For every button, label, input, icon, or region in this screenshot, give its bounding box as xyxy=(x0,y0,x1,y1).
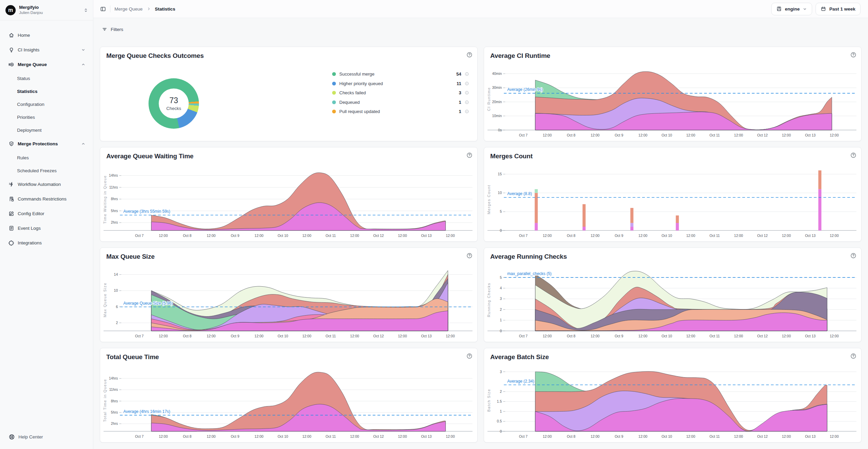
chart-merges-count: Average (8.8)051015Oct 712:00Oct 812:00O… xyxy=(485,164,858,239)
svg-text:1: 1 xyxy=(500,318,502,322)
help-icon[interactable] xyxy=(850,253,856,260)
sidebar-item-scheduled-freezes[interactable]: Scheduled Freezes xyxy=(0,164,93,177)
svg-text:0: 0 xyxy=(500,329,502,333)
sidebar-item-label: Status xyxy=(17,76,30,81)
info-icon[interactable] xyxy=(465,109,469,114)
repo-label: engine xyxy=(785,6,800,12)
legend-item[interactable]: Successful merge54 xyxy=(332,69,469,79)
svg-text:12:00: 12:00 xyxy=(207,234,216,238)
svg-text:0: 0 xyxy=(500,429,502,433)
svg-text:Oct 7: Oct 7 xyxy=(519,133,528,137)
legend-value: 3 xyxy=(459,90,461,95)
legend-item[interactable]: Higher priority queued11 xyxy=(332,79,469,89)
svg-text:Average Queue Size (5.96): Average Queue Size (5.96) xyxy=(123,301,173,306)
sidebar-item-deployment[interactable]: Deployment xyxy=(0,124,93,137)
sidebar-item-help-center[interactable]: Help Center xyxy=(0,434,93,449)
sidebar-item-rules[interactable]: Rules xyxy=(0,151,93,164)
sidebar-item-label: Event Logs xyxy=(18,226,86,231)
sidebar-item-commands-restrictions[interactable]: Commands Restrictions xyxy=(0,192,93,206)
svg-text:12:00: 12:00 xyxy=(398,334,407,338)
svg-text:1: 1 xyxy=(500,409,502,413)
svg-text:40min: 40min xyxy=(492,71,502,76)
svg-text:20min: 20min xyxy=(492,100,502,104)
filters-bar[interactable]: Filters xyxy=(93,18,868,41)
svg-text:12:00: 12:00 xyxy=(782,234,791,238)
svg-text:12:00: 12:00 xyxy=(350,334,359,338)
help-icon[interactable] xyxy=(850,52,856,59)
chart-average-queue-waiting-time: Average (3hrs 55min 59s)2hrs5hrs8hrs11hr… xyxy=(102,164,475,239)
card-total-queue-time: Total Queue Time Average (4hrs 16min 17s… xyxy=(100,348,478,443)
svg-text:12:00: 12:00 xyxy=(543,234,552,238)
legend-item[interactable]: Pull request updated1 xyxy=(332,107,469,116)
sidebar-item-event-logs[interactable]: Event Logs xyxy=(0,221,93,236)
svg-text:12:00: 12:00 xyxy=(254,234,263,238)
svg-text:Oct 7: Oct 7 xyxy=(519,334,528,338)
donut-chart[interactable]: 73 Checks xyxy=(149,78,199,129)
info-icon[interactable] xyxy=(465,81,469,86)
date-range-button[interactable]: Past 1 week xyxy=(816,3,861,15)
sidebar-item-label: Commands Restrictions xyxy=(18,196,86,202)
help-icon[interactable] xyxy=(466,152,472,160)
sidebar-item-ci-insights[interactable]: CI Insights xyxy=(0,43,93,57)
legend-dot xyxy=(332,82,336,85)
legend-value: 11 xyxy=(456,81,461,86)
sidebar-item-home[interactable]: Home xyxy=(0,28,93,43)
sidebar-item-priorities[interactable]: Priorities xyxy=(0,111,93,124)
help-icon[interactable] xyxy=(466,353,472,360)
legend-item[interactable]: Checks failed3 xyxy=(332,88,469,98)
repo-selector-button[interactable]: engine xyxy=(771,3,812,15)
help-icon[interactable] xyxy=(850,353,856,360)
svg-text:Oct 8: Oct 8 xyxy=(183,434,191,438)
svg-text:Oct 7: Oct 7 xyxy=(519,234,528,238)
legend-label: Checks failed xyxy=(339,90,455,95)
legend-value: 1 xyxy=(459,100,461,105)
svg-text:Oct 7: Oct 7 xyxy=(135,334,144,338)
svg-text:Merges Count: Merges Count xyxy=(487,185,491,214)
svg-text:10: 10 xyxy=(114,288,118,292)
svg-text:12:00: 12:00 xyxy=(591,434,600,438)
card-title: Merge Queue Checks Outcomes xyxy=(106,52,204,60)
info-icon[interactable] xyxy=(465,100,469,105)
svg-text:CI Runtime: CI Runtime xyxy=(487,87,491,111)
chart-average-ci-runtime: Average (26min 9s)0s10min20min30min40min… xyxy=(485,64,858,139)
svg-text:2: 2 xyxy=(116,321,118,325)
sidebar-item-label: Merge Protections xyxy=(18,141,78,146)
help-icon[interactable] xyxy=(466,52,472,59)
org-expand-icon xyxy=(83,8,88,13)
svg-text:5hrs: 5hrs xyxy=(111,410,118,414)
info-icon[interactable] xyxy=(465,91,469,95)
help-icon[interactable] xyxy=(466,253,472,260)
svg-text:4: 4 xyxy=(500,286,502,290)
card-max-queue-size: Max Queue Size Average Queue Size (5.96)… xyxy=(100,247,478,342)
filter-icon xyxy=(102,27,107,32)
svg-text:Oct 13: Oct 13 xyxy=(805,334,816,338)
sidebar-item-merge-queue[interactable]: Merge Queue xyxy=(0,57,93,72)
sidebar-item-workflow-automation[interactable]: Workflow Automation xyxy=(0,177,93,192)
svg-text:Oct 12: Oct 12 xyxy=(757,434,768,438)
svg-text:Oct 7: Oct 7 xyxy=(135,434,144,438)
org-switcher[interactable]: m Mergifyio Julien Danjou xyxy=(0,0,93,20)
info-icon[interactable] xyxy=(465,72,469,76)
svg-text:Max Queue Size: Max Queue Size xyxy=(103,283,107,317)
panel-toggle-button[interactable] xyxy=(100,6,106,12)
legend-label: Higher priority queued xyxy=(339,81,453,86)
chevron-down-icon xyxy=(81,48,86,52)
sidebar-item-merge-protections[interactable]: Merge Protections xyxy=(0,137,93,151)
sidebar-item-statistics[interactable]: Statistics xyxy=(0,85,93,98)
card-title: Max Queue Size xyxy=(106,253,155,260)
sidebar-item-configuration[interactable]: Configuration xyxy=(0,98,93,111)
help-icon[interactable] xyxy=(850,152,856,160)
sidebar-item-config-editor[interactable]: Config Editor xyxy=(0,206,93,221)
sidebar-item-integrations[interactable]: Integrations xyxy=(0,236,93,250)
sidebar-item-status[interactable]: Status xyxy=(0,72,93,85)
svg-text:Oct 9: Oct 9 xyxy=(231,334,239,338)
bulb-icon xyxy=(9,47,14,53)
svg-text:Oct 10: Oct 10 xyxy=(662,334,672,338)
sidebar-item-label: Rules xyxy=(17,155,29,160)
zap-icon xyxy=(9,181,14,187)
sidebar-item-label: Priorities xyxy=(17,115,35,120)
breadcrumb-section[interactable]: Merge Queue xyxy=(114,6,143,12)
legend-item[interactable]: Dequeued1 xyxy=(332,98,469,107)
sidebar-item-label: Statistics xyxy=(17,89,37,94)
svg-text:Batch Size: Batch Size xyxy=(487,389,491,412)
